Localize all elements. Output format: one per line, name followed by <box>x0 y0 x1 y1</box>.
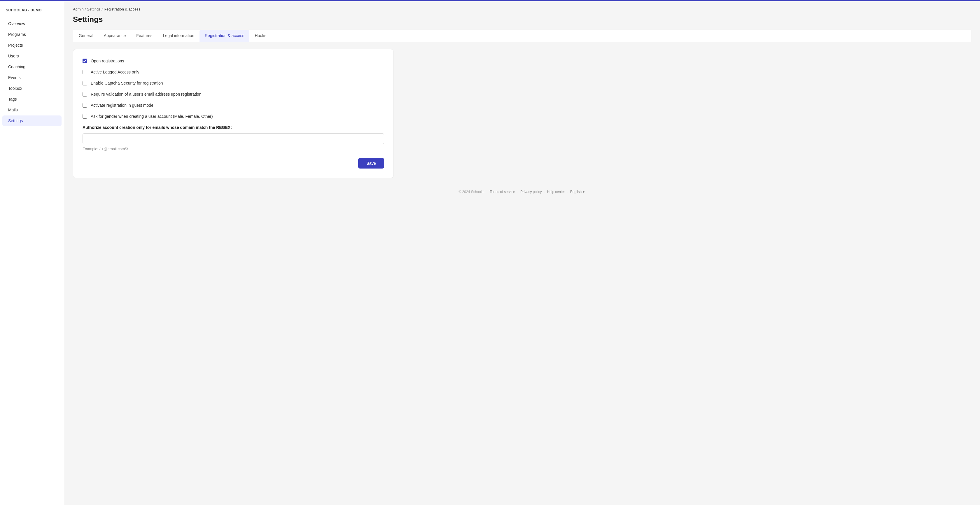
sidebar-item-mails[interactable]: Mails <box>2 105 62 115</box>
footer: © 2024 Schoolab · Terms of service · Pri… <box>73 190 971 200</box>
tab-general[interactable]: General <box>73 30 99 42</box>
breadcrumb: Admin / Settings / Registration & access <box>73 7 971 11</box>
tab-features[interactable]: Features <box>131 30 158 42</box>
footer-copyright: © 2024 Schoolab <box>458 190 485 194</box>
regex-input[interactable] <box>83 133 384 145</box>
sidebar-item-toolbox[interactable]: Toolbox <box>2 83 62 94</box>
top-bar <box>0 0 980 1</box>
footer-link-help-center[interactable]: Help center <box>547 190 565 194</box>
sidebar: SCHOOLAB - DEMO OverviewProgramsProjects… <box>0 1 64 505</box>
checkbox-label-enable-captcha[interactable]: Enable Captcha Security for registration <box>91 81 163 86</box>
settings-tabs: GeneralAppearanceFeaturesLegal informati… <box>73 30 971 42</box>
regex-example: Example: /.+@email.com$/ <box>83 147 384 151</box>
sidebar-nav: OverviewProgramsProjectsUsersCoachingEve… <box>0 18 64 126</box>
sidebar-item-settings[interactable]: Settings <box>2 116 62 126</box>
sidebar-item-coaching[interactable]: Coaching <box>2 62 62 72</box>
sidebar-item-projects[interactable]: Projects <box>2 40 62 51</box>
breadcrumb-current: Registration & access <box>104 7 141 11</box>
footer-link-english-▾[interactable]: English ▾ <box>570 190 584 194</box>
tab-legal-information[interactable]: Legal information <box>158 30 199 42</box>
checkbox-row-ask-gender: Ask for gender when creating a user acco… <box>83 114 384 119</box>
tab-hooks[interactable]: Hooks <box>250 30 272 42</box>
save-button[interactable]: Save <box>358 158 384 168</box>
sidebar-item-tags[interactable]: Tags <box>2 94 62 104</box>
checkbox-activate-guest-mode[interactable] <box>83 103 87 108</box>
checkboxes-container: Open registrationsActive Logged Access o… <box>83 59 384 119</box>
footer-link-terms-of-service[interactable]: Terms of service <box>490 190 515 194</box>
checkbox-active-logged-access[interactable] <box>83 70 87 75</box>
main-content: Admin / Settings / Registration & access… <box>64 1 980 505</box>
checkbox-ask-gender[interactable] <box>83 114 87 119</box>
checkbox-require-validation[interactable] <box>83 92 87 97</box>
checkbox-row-active-logged-access: Active Logged Access only <box>83 70 384 75</box>
breadcrumb-admin: Admin <box>73 7 84 11</box>
sidebar-item-programs[interactable]: Programs <box>2 29 62 40</box>
sidebar-item-users[interactable]: Users <box>2 51 62 61</box>
checkbox-row-require-validation: Require validation of a user's email add… <box>83 92 384 97</box>
checkbox-label-ask-gender[interactable]: Ask for gender when creating a user acco… <box>91 114 213 119</box>
footer-link-privacy-policy[interactable]: Privacy policy <box>520 190 542 194</box>
regex-label: Authorize account creation only for emai… <box>83 125 384 130</box>
sidebar-item-events[interactable]: Events <box>2 72 62 83</box>
checkbox-label-require-validation[interactable]: Require validation of a user's email add… <box>91 92 201 97</box>
checkbox-row-enable-captcha: Enable Captcha Security for registration <box>83 81 384 86</box>
checkbox-label-open-registrations[interactable]: Open registrations <box>91 59 124 63</box>
checkbox-row-activate-guest-mode: Activate registration in guest mode <box>83 103 384 108</box>
sidebar-item-overview[interactable]: Overview <box>2 18 62 29</box>
tab-registration--access[interactable]: Registration & access <box>199 30 250 42</box>
save-btn-row: Save <box>83 158 384 168</box>
breadcrumb-settings: Settings <box>87 7 100 11</box>
tab-appearance[interactable]: Appearance <box>99 30 131 42</box>
page-title: Settings <box>73 15 971 24</box>
checkbox-label-active-logged-access[interactable]: Active Logged Access only <box>91 70 139 75</box>
sidebar-brand: SCHOOLAB - DEMO <box>0 6 64 18</box>
checkbox-label-activate-guest-mode[interactable]: Activate registration in guest mode <box>91 103 153 108</box>
checkbox-row-open-registrations: Open registrations <box>83 59 384 63</box>
checkbox-enable-captcha[interactable] <box>83 81 87 86</box>
checkbox-open-registrations[interactable] <box>83 59 87 63</box>
settings-card: Open registrationsActive Logged Access o… <box>73 49 394 178</box>
